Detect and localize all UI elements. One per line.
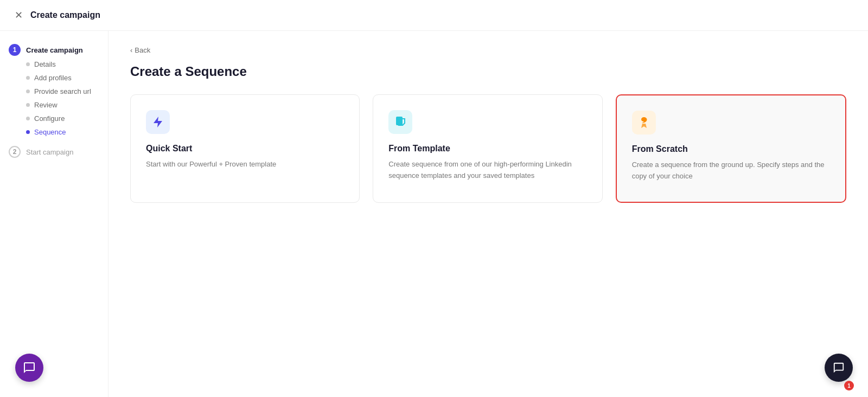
step-2-group: 2 Start campaign — [9, 146, 99, 158]
sidebar-item-sequence-label: Sequence — [34, 128, 66, 136]
back-link[interactable]: ‹ Back — [130, 46, 846, 54]
header: ✕ Create campaign — [0, 0, 868, 31]
card-quick-start[interactable]: Quick Start Start with our Powerful + Pr… — [130, 94, 360, 203]
step-2-number: 2 — [9, 146, 21, 158]
sidebar: 1 Create campaign Details Add profiles P… — [0, 31, 108, 397]
sidebar-item-provide-search-label: Provide search url — [34, 87, 91, 95]
card-from-template[interactable]: From Template Create sequence from one o… — [373, 94, 602, 203]
notification-badge: 1 — [844, 381, 854, 390]
dot-configure — [26, 117, 30, 120]
step-1-label: Create campaign — [26, 46, 83, 54]
quick-start-icon — [146, 110, 170, 134]
step-2-label: Start campaign — [26, 148, 73, 156]
from-scratch-title: From Scratch — [632, 144, 830, 154]
sidebar-item-add-profiles[interactable]: Add profiles — [26, 73, 99, 83]
dot-add-profiles — [26, 76, 30, 80]
main-content: ‹ Back Create a Sequence Quick Start Sta… — [108, 31, 868, 397]
from-scratch-icon — [632, 111, 656, 135]
from-template-desc: Create sequence from one of our high-per… — [388, 159, 586, 182]
sidebar-item-provide-search[interactable]: Provide search url — [26, 86, 99, 97]
step-1-group: 1 Create campaign Details Add profiles P… — [9, 44, 99, 137]
from-template-title: From Template — [388, 144, 586, 153]
close-button[interactable]: ✕ — [13, 10, 24, 21]
back-chevron-icon: ‹ — [130, 46, 132, 54]
dot-sequence — [26, 130, 30, 134]
from-template-icon — [388, 110, 412, 134]
back-link-label: Back — [135, 46, 150, 54]
quick-start-title: Quick Start — [146, 144, 344, 153]
sidebar-item-review[interactable]: Review — [26, 100, 99, 110]
dot-review — [26, 103, 30, 107]
dot-details — [26, 62, 30, 66]
step-1-number: 1 — [9, 44, 21, 56]
svg-rect-1 — [396, 117, 403, 125]
header-title: Create campaign — [30, 10, 100, 20]
cards-row: Quick Start Start with our Powerful + Pr… — [130, 94, 846, 203]
card-from-scratch[interactable]: From Scratch Create a sequence from the … — [616, 94, 846, 203]
from-scratch-desc: Create a sequence from the ground up. Sp… — [632, 159, 830, 182]
sidebar-item-add-profiles-label: Add profiles — [34, 74, 72, 82]
main-layout: 1 Create campaign Details Add profiles P… — [0, 31, 868, 397]
sidebar-item-sequence[interactable]: Sequence — [26, 127, 99, 137]
dot-provide-search — [26, 89, 30, 93]
step-1-header: 1 Create campaign — [9, 44, 99, 56]
svg-marker-0 — [154, 117, 162, 127]
quick-start-desc: Start with our Powerful + Proven templat… — [146, 159, 344, 170]
sidebar-item-details[interactable]: Details — [26, 59, 99, 69]
page-title: Create a Sequence — [130, 64, 846, 79]
sub-items-list: Details Add profiles Provide search url … — [9, 59, 99, 137]
sidebar-item-details-label: Details — [34, 60, 56, 68]
sidebar-item-review-label: Review — [34, 101, 58, 109]
notification-button[interactable] — [825, 354, 853, 382]
step-2-header: 2 Start campaign — [9, 146, 99, 158]
sidebar-item-configure-label: Configure — [34, 114, 65, 123]
chat-bubble-button[interactable] — [15, 354, 43, 382]
sidebar-item-configure[interactable]: Configure — [26, 113, 99, 124]
